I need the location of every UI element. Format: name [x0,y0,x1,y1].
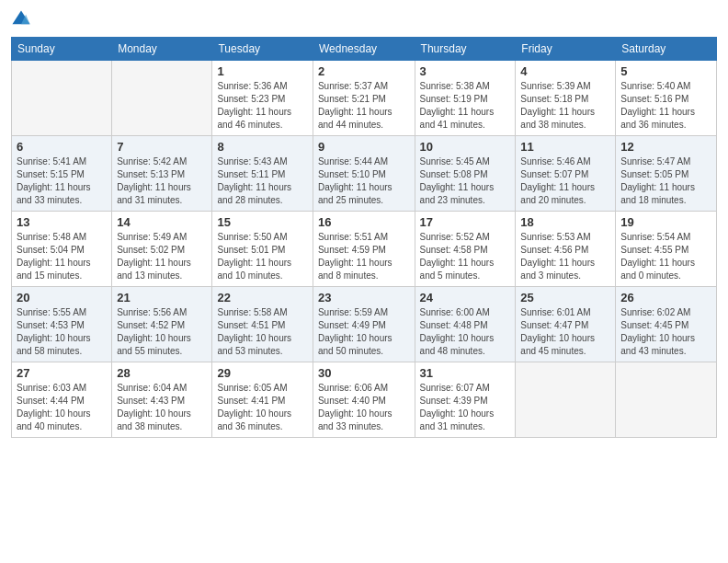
day-number: 25 [520,291,610,304]
day-number: 1 [217,64,307,78]
header [11,9,717,29]
day-info: Sunrise: 5:39 AM Sunset: 5:18 PM Dayligh… [520,80,610,132]
calendar-cell: 23Sunrise: 5:59 AM Sunset: 4:49 PM Dayli… [313,287,415,362]
weekday-header-tuesday: Tuesday [212,38,313,61]
day-info: Sunrise: 5:45 AM Sunset: 5:08 PM Dayligh… [420,155,511,207]
calendar-week-row: 13Sunrise: 5:48 AM Sunset: 5:04 PM Dayli… [12,212,717,287]
day-number: 30 [318,366,410,380]
weekday-header-sunday: Sunday [12,38,112,61]
logo [11,9,35,29]
calendar-cell: 20Sunrise: 5:55 AM Sunset: 4:53 PM Dayli… [12,287,112,362]
day-number: 5 [620,64,711,78]
day-number: 29 [217,366,307,380]
day-number: 23 [318,291,410,304]
day-info: Sunrise: 5:49 AM Sunset: 5:02 PM Dayligh… [117,231,207,282]
weekday-header-friday: Friday [516,38,616,61]
day-info: Sunrise: 5:51 AM Sunset: 4:59 PM Dayligh… [318,231,410,282]
day-number: 21 [117,291,207,304]
calendar-cell: 19Sunrise: 5:54 AM Sunset: 4:55 PM Dayli… [616,212,717,287]
day-info: Sunrise: 6:02 AM Sunset: 4:45 PM Dayligh… [620,306,711,358]
calendar-cell: 24Sunrise: 6:00 AM Sunset: 4:48 PM Dayli… [415,287,516,362]
day-info: Sunrise: 6:06 AM Sunset: 4:40 PM Dayligh… [318,382,410,433]
weekday-header-thursday: Thursday [415,38,516,61]
calendar-cell [112,61,212,136]
day-info: Sunrise: 5:42 AM Sunset: 5:13 PM Dayligh… [117,155,207,207]
day-number: 10 [420,140,511,154]
calendar-week-row: 20Sunrise: 5:55 AM Sunset: 4:53 PM Dayli… [12,287,717,362]
day-number: 4 [520,64,610,78]
day-number: 16 [318,215,410,229]
day-info: Sunrise: 5:40 AM Sunset: 5:16 PM Dayligh… [620,80,711,132]
day-number: 28 [117,366,207,380]
day-number: 7 [117,140,207,154]
day-number: 9 [318,140,410,154]
weekday-header-saturday: Saturday [616,38,717,61]
day-info: Sunrise: 5:58 AM Sunset: 4:51 PM Dayligh… [217,306,307,358]
day-number: 20 [17,291,107,304]
calendar-cell: 5Sunrise: 5:40 AM Sunset: 5:16 PM Daylig… [616,61,717,136]
page: SundayMondayTuesdayWednesdayThursdayFrid… [0,0,728,563]
day-number: 18 [520,215,610,229]
day-info: Sunrise: 6:07 AM Sunset: 4:39 PM Dayligh… [420,382,511,433]
calendar-cell: 3Sunrise: 5:38 AM Sunset: 5:19 PM Daylig… [415,61,516,136]
day-info: Sunrise: 6:00 AM Sunset: 4:48 PM Dayligh… [420,306,511,358]
day-info: Sunrise: 5:54 AM Sunset: 4:55 PM Dayligh… [620,231,711,282]
calendar-cell: 26Sunrise: 6:02 AM Sunset: 4:45 PM Dayli… [616,287,717,362]
day-info: Sunrise: 5:37 AM Sunset: 5:21 PM Dayligh… [318,80,410,132]
calendar-cell: 21Sunrise: 5:56 AM Sunset: 4:52 PM Dayli… [112,287,212,362]
day-info: Sunrise: 5:38 AM Sunset: 5:19 PM Dayligh… [420,80,511,132]
day-number: 22 [217,291,307,304]
calendar-cell: 15Sunrise: 5:50 AM Sunset: 5:01 PM Dayli… [212,212,313,287]
day-info: Sunrise: 5:36 AM Sunset: 5:23 PM Dayligh… [217,80,307,132]
calendar-table: SundayMondayTuesdayWednesdayThursdayFrid… [11,37,717,438]
logo-icon [11,9,31,29]
day-info: Sunrise: 6:03 AM Sunset: 4:44 PM Dayligh… [17,382,107,433]
calendar-cell: 7Sunrise: 5:42 AM Sunset: 5:13 PM Daylig… [112,136,212,212]
calendar-week-row: 1Sunrise: 5:36 AM Sunset: 5:23 PM Daylig… [12,61,717,136]
day-info: Sunrise: 5:47 AM Sunset: 5:05 PM Dayligh… [620,155,711,207]
calendar-cell: 16Sunrise: 5:51 AM Sunset: 4:59 PM Dayli… [313,212,415,287]
calendar-week-row: 6Sunrise: 5:41 AM Sunset: 5:15 PM Daylig… [12,136,717,212]
calendar-cell: 28Sunrise: 6:04 AM Sunset: 4:43 PM Dayli… [112,362,212,438]
day-number: 17 [420,215,511,229]
day-info: Sunrise: 5:43 AM Sunset: 5:11 PM Dayligh… [217,155,307,207]
day-info: Sunrise: 5:55 AM Sunset: 4:53 PM Dayligh… [17,306,107,358]
calendar-cell: 9Sunrise: 5:44 AM Sunset: 5:10 PM Daylig… [313,136,415,212]
calendar-cell: 30Sunrise: 6:06 AM Sunset: 4:40 PM Dayli… [313,362,415,438]
day-number: 31 [420,366,511,380]
day-number: 13 [17,215,107,229]
day-info: Sunrise: 5:41 AM Sunset: 5:15 PM Dayligh… [17,155,107,207]
day-number: 6 [17,140,107,154]
day-info: Sunrise: 5:52 AM Sunset: 4:58 PM Dayligh… [420,231,511,282]
day-info: Sunrise: 5:46 AM Sunset: 5:07 PM Dayligh… [520,155,610,207]
day-number: 27 [17,366,107,380]
day-info: Sunrise: 5:56 AM Sunset: 4:52 PM Dayligh… [117,306,207,358]
day-number: 19 [620,215,711,229]
calendar-cell [516,362,616,438]
day-info: Sunrise: 5:44 AM Sunset: 5:10 PM Dayligh… [318,155,410,207]
calendar-cell: 25Sunrise: 6:01 AM Sunset: 4:47 PM Dayli… [516,287,616,362]
calendar-cell: 29Sunrise: 6:05 AM Sunset: 4:41 PM Dayli… [212,362,313,438]
calendar-cell: 12Sunrise: 5:47 AM Sunset: 5:05 PM Dayli… [616,136,717,212]
calendar-cell: 8Sunrise: 5:43 AM Sunset: 5:11 PM Daylig… [212,136,313,212]
day-number: 2 [318,64,410,78]
day-number: 8 [217,140,307,154]
weekday-header-monday: Monday [112,38,212,61]
day-info: Sunrise: 5:53 AM Sunset: 4:56 PM Dayligh… [520,231,610,282]
day-number: 26 [620,291,711,304]
day-number: 24 [420,291,511,304]
day-info: Sunrise: 5:50 AM Sunset: 5:01 PM Dayligh… [217,231,307,282]
day-info: Sunrise: 6:04 AM Sunset: 4:43 PM Dayligh… [117,382,207,433]
calendar-cell: 17Sunrise: 5:52 AM Sunset: 4:58 PM Dayli… [415,212,516,287]
calendar-header-row: SundayMondayTuesdayWednesdayThursdayFrid… [12,38,717,61]
day-number: 14 [117,215,207,229]
day-number: 15 [217,215,307,229]
day-info: Sunrise: 6:05 AM Sunset: 4:41 PM Dayligh… [217,382,307,433]
calendar-cell [616,362,717,438]
calendar-cell: 11Sunrise: 5:46 AM Sunset: 5:07 PM Dayli… [516,136,616,212]
calendar-cell [12,61,112,136]
calendar-cell: 18Sunrise: 5:53 AM Sunset: 4:56 PM Dayli… [516,212,616,287]
day-number: 12 [620,140,711,154]
day-info: Sunrise: 5:48 AM Sunset: 5:04 PM Dayligh… [17,231,107,282]
day-info: Sunrise: 6:01 AM Sunset: 4:47 PM Dayligh… [520,306,610,358]
